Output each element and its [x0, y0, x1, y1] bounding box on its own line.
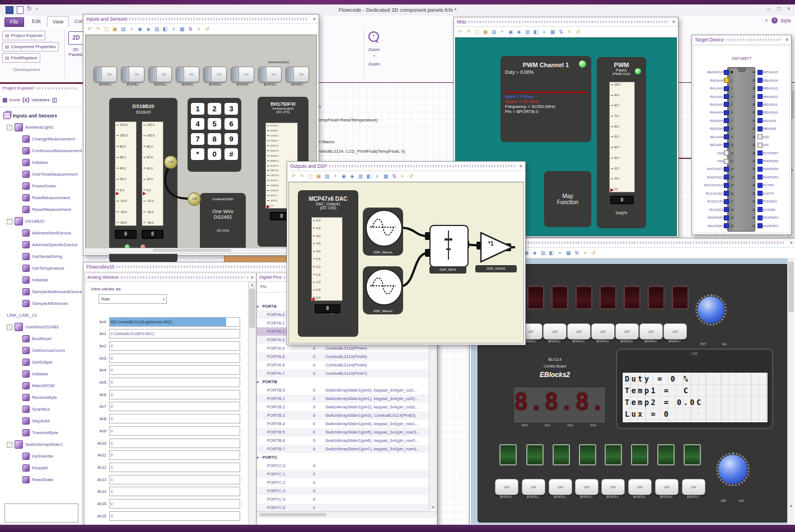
swap-icon[interactable]: ⇅	[558, 29, 564, 35]
maximize-button[interactable]: □	[777, 6, 780, 12]
delete-icon[interactable]: ×	[582, 249, 588, 256]
close-button[interactable]: ×	[787, 6, 791, 12]
keypad-key-2[interactable]: 2	[208, 103, 221, 115]
board-switch-porta2[interactable]: OFF	[543, 323, 567, 340]
analog-value-field[interactable]: 0	[109, 487, 240, 496]
digital-row-portb-3[interactable]: PORTB.30SwitchArraySlider1(pin3), ComboB…	[257, 411, 429, 420]
digital-row-portb-5[interactable]: PORTB.50SwitchArraySlider1(pin5), keypad…	[257, 428, 429, 436]
add-icon[interactable]: +	[332, 173, 339, 180]
tree-item-initialise[interactable]: Initialise	[0, 274, 83, 286]
expander-icon[interactable]: −	[7, 442, 12, 448]
cursor-icon[interactable]: ▤	[120, 26, 127, 32]
keypad-key-3[interactable]: 3	[225, 103, 238, 115]
list-icon[interactable]: ≡	[541, 29, 548, 35]
keypad-key-hash[interactable]: #	[225, 148, 238, 160]
analog-value-field[interactable]: 0	[109, 463, 240, 472]
toggle-switch[interactable]: ON	[93, 67, 117, 82]
target-icon[interactable]: ◉	[507, 29, 514, 35]
tab-file[interactable]: File	[4, 17, 24, 27]
tree-item-resetmeasurement[interactable]: ResetMeasurement	[0, 204, 83, 215]
digital-row-portb-7[interactable]: PORTB.70SwitchArraySlider1(pin7), keypad…	[257, 445, 429, 453]
scroll-down-icon[interactable]: ▼	[788, 505, 794, 508]
ldr-knob[interactable]	[716, 453, 750, 486]
tree-item-powerdown[interactable]: PowerDown	[0, 180, 83, 192]
tree-item-getidbyte[interactable]: GetIDByte	[0, 356, 83, 368]
table-icon[interactable]: ▦	[565, 249, 572, 256]
redo-icon[interactable]: ↷	[298, 173, 305, 180]
undo-icon[interactable]: ↺	[408, 173, 414, 180]
dac-scale[interactable]: 5.04.54.03.53.02.52.01.51.00.50.0	[311, 217, 343, 301]
swap-icon[interactable]: ⇅	[391, 173, 398, 180]
board-vscrollbar[interactable]: ▼	[787, 258, 794, 524]
digital-row-portc-5[interactable]: PORTC.50	[257, 503, 429, 512]
shape-icon[interactable]: ◈	[516, 29, 522, 35]
keypad-key-0[interactable]: 0	[208, 148, 221, 160]
onewire-connector-2[interactable]: 1-W	[188, 192, 201, 206]
list-icon[interactable]: ≡	[170, 26, 177, 32]
board-switch-portd1[interactable]: OFF	[522, 479, 545, 495]
board-switch-porta7[interactable]: OFF	[663, 323, 687, 340]
keypad-key-9[interactable]: 9	[225, 133, 238, 145]
paste-icon[interactable]: ▣	[482, 29, 489, 35]
board-switch-porta4[interactable]: OFF	[591, 323, 615, 340]
outputs-titlebar[interactable]: Outputs and DSP ×	[287, 162, 525, 171]
ds18b20-component[interactable]: DS18B20 DS18x20 125.0105.085.065.045.025…	[109, 98, 177, 263]
pin-column-header[interactable]: Pin	[260, 284, 266, 289]
grid-icon[interactable]: ▥	[540, 249, 546, 256]
analog-value-field[interactable]: 0	[109, 378, 240, 387]
analog-value-field[interactable]: 0	[109, 402, 240, 411]
tree-item-inputs-and-sensors[interactable]: Inputs and Sensors	[0, 110, 83, 121]
board-switch-portd4[interactable]: OFF	[601, 479, 625, 495]
tree-item-ambientlight1[interactable]: −AmbientLight1	[0, 121, 83, 133]
ds18b20-scale-1[interactable]: 125.0105.085.065.045.025.05.0-15.0-35.0-…	[115, 121, 137, 226]
table-icon[interactable]: ▦	[382, 173, 389, 180]
digital-row-portc-0[interactable]: PORTC.00	[257, 462, 429, 470]
analog-value-field[interactable]: 0 ComboBL0114(Pot ADC)	[109, 329, 240, 338]
close-icon[interactable]: ×	[251, 275, 254, 280]
board-switch-portd3[interactable]: OFF	[575, 479, 598, 495]
digital-row-porta-4[interactable]: PORTA.40ComboBL0114(PinA4)	[257, 344, 429, 352]
copy-icon[interactable]: ▢	[474, 29, 480, 35]
swap-icon[interactable]: ⇅	[573, 249, 580, 256]
keypad-key-4[interactable]: 4	[191, 118, 204, 130]
tab-edit[interactable]: Edit	[27, 17, 46, 26]
dsp-wave1-component[interactable]: DSP_Wave1	[363, 208, 403, 256]
keypad-key-1[interactable]: 1	[191, 103, 204, 115]
board-switch-portd5[interactable]: OFF	[628, 479, 652, 495]
undo-icon[interactable]: ↺	[204, 26, 211, 32]
misc-titlebar[interactable]: Misc ×	[454, 17, 678, 27]
expander-icon[interactable]: −	[7, 125, 12, 130]
2d-panel-button[interactable]: 2D	[68, 31, 84, 45]
digital-row-porta-5[interactable]: PORTA.50ComboBL0114(PinA5)	[257, 352, 429, 361]
delete-icon[interactable]: ×	[399, 173, 406, 180]
table-icon[interactable]: ▦	[179, 26, 185, 32]
list-icon[interactable]: ≡	[374, 173, 381, 180]
paste-icon[interactable]: ▣	[315, 173, 322, 180]
toggle-switch[interactable]: ON	[286, 67, 309, 82]
analog-value-field[interactable]: 0	[109, 511, 240, 521]
tree-item-receivebyte[interactable]: ReceiveByte	[0, 392, 83, 403]
tab-view[interactable]: View	[47, 16, 69, 27]
pwm-channel-component[interactable]: PWM Channel 1 Duty = 0.00% Mark = 0.00us…	[501, 56, 591, 142]
pot-knob[interactable]	[695, 294, 727, 326]
analog-value-field[interactable]: 0	[109, 390, 240, 399]
copy-icon[interactable]: ▢	[307, 173, 314, 180]
analog-value-field[interactable]: 825 ComboBL0114(LightSensor ADC)	[109, 317, 240, 327]
tree-item-link-line-13[interactable]: LINK_LINE_13	[0, 309, 83, 321]
digital-hscrollbar[interactable]	[257, 511, 437, 518]
tree-item-addressnextdevice[interactable]: AddressNextDevice	[0, 227, 83, 239]
scrollbar-thumb[interactable]	[153, 249, 231, 252]
list-icon[interactable]: ≡	[556, 249, 563, 256]
onewire-connector-1[interactable]: 1-W	[164, 156, 177, 169]
inputs-hscrollbar[interactable]	[85, 248, 317, 254]
scrollbar-thumb[interactable]	[788, 262, 794, 312]
ribbon-button-project-explorer[interactable]: ▤Project Explorer	[2, 31, 45, 40]
redo-icon[interactable]: ↷	[465, 29, 472, 35]
half-icon[interactable]: ◧	[532, 29, 539, 35]
tree-item-readmeasurement[interactable]: ReadMeasurement	[0, 192, 83, 204]
grid-icon[interactable]: ▥	[153, 26, 160, 32]
keypad-key-8[interactable]: 8	[208, 133, 221, 145]
grid-icon[interactable]: ▥	[524, 29, 531, 35]
analog-value-field[interactable]: 0	[109, 439, 240, 448]
expander-icon[interactable]: −	[7, 219, 12, 224]
